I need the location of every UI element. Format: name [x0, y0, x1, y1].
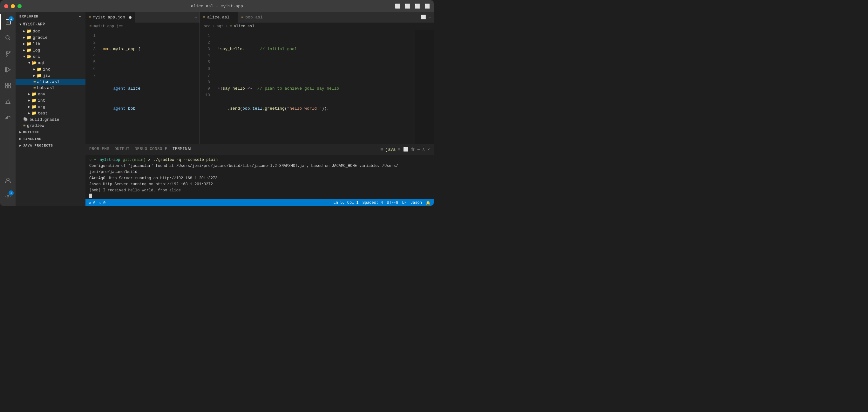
tab-label: bob.asl — [245, 15, 263, 20]
add-terminal-icon[interactable]: ⊕ — [398, 147, 401, 152]
activity-search[interactable] — [0, 30, 16, 46]
sidebar-toggle-icon[interactable]: ⬜ — [395, 3, 400, 9]
tree-item-agt[interactable]: ▼ 📂 agt — [16, 60, 86, 66]
arrow-right-icon: ▶ — [23, 42, 25, 46]
tab-bar-right-actions[interactable]: ⬜ ⋯ — [418, 12, 434, 23]
titlebar: alice.asl — my1st-app ⬜ ⬜ ⬜ ⬜ — [0, 0, 434, 12]
close-button[interactable] — [4, 4, 8, 8]
split-icon[interactable]: ⬜ — [414, 3, 420, 9]
status-errors[interactable]: ⊕ 0 — [89, 201, 96, 205]
layout-icon[interactable]: ⬜ — [405, 3, 410, 9]
folder-open-icon: 📂 — [31, 60, 36, 65]
more-actions-icon[interactable]: ⋯ — [429, 14, 431, 20]
panel-tab-actions: ⊞ java ⊕ ⬜ 🗑 ⋯ ∧ × — [381, 147, 430, 152]
tab-bar-left: ≡ my1st_app.jcm ⋯ — [86, 12, 199, 23]
layout-options-icon[interactable]: ⬜ — [425, 3, 430, 9]
tab-bob-asl[interactable]: ≡ bob.asl × — [238, 12, 276, 23]
arrow-right-icon: ▶ — [28, 105, 30, 109]
maximize-button[interactable] — [18, 4, 22, 8]
file-icon-small: ≡ — [230, 24, 232, 29]
tree-item-test[interactable]: ▶ 📁 test — [16, 110, 86, 116]
tree-item-inc[interactable]: ▶ 📁 inc — [16, 66, 86, 72]
settings-badge: 1 — [8, 190, 14, 196]
status-line-endings[interactable]: LF — [402, 201, 407, 205]
code-content-right[interactable]: !say_hello. // initial goal +!say_hello … — [214, 30, 414, 144]
terminal-content[interactable]: ○ ➜ my1st-app git:(main) ✗ ./gradlew -q … — [86, 155, 434, 199]
tab-alice-asl[interactable]: ≡ alice.asl × — [200, 12, 238, 23]
sidebar-section-java-projects[interactable]: ▶ JAVA PROJECTS — [16, 142, 86, 149]
status-cursor-position[interactable]: Ln 5, Col 1 — [334, 201, 359, 205]
status-warnings[interactable]: ⚠ 0 — [99, 201, 106, 205]
tree-item-bob-asl[interactable]: ≡ bob.asl — [16, 85, 86, 91]
split-editor-icon[interactable]: ⬜ — [421, 14, 426, 20]
minimize-button[interactable] — [11, 4, 15, 8]
activity-explorer[interactable]: 1 — [0, 14, 16, 30]
more-actions-icon[interactable]: ⋯ — [194, 14, 197, 20]
sidebar-section-timeline[interactable]: ▶ TIMELINE — [16, 136, 86, 142]
trash-icon[interactable]: 🗑 — [411, 147, 415, 152]
svg-point-5 — [6, 55, 7, 56]
new-file-icon[interactable]: ⋯ — [79, 14, 82, 19]
activity-account[interactable] — [0, 173, 16, 188]
tree-item-env[interactable]: ▶ 📁 env — [16, 91, 86, 97]
tree-item-org[interactable]: ▶ 📁 org — [16, 104, 86, 110]
status-spaces[interactable]: Spaces: 4 — [363, 201, 383, 205]
activity-bottom: 1 — [0, 173, 16, 206]
folder-icon: 📁 — [26, 29, 31, 34]
activity-extensions[interactable] — [0, 78, 16, 93]
terminal-output-2: jomi/pro/jacamo/build — [89, 169, 137, 175]
code-area-left[interactable]: 1 2 3 4 5 6 7 mas my1st_app { agent alic… — [86, 30, 199, 144]
terminal-dirty: ✗ — [148, 157, 150, 163]
sidebar-section-outline[interactable]: ▶ OUTLINE — [16, 129, 86, 136]
status-encoding[interactable]: UTF-8 — [387, 201, 398, 205]
tree-item-gradlew[interactable]: ≡ gradlew — [16, 123, 86, 129]
status-bar: ⊕ 0 ⚠ 0 Ln 5, Col 1 Spaces: 4 UTF-8 LF J… — [86, 199, 434, 206]
svg-point-6 — [9, 51, 10, 53]
file-icon: ≡ — [33, 86, 36, 90]
svg-point-14 — [6, 117, 8, 119]
chevron-up-icon[interactable]: ∧ — [422, 147, 425, 152]
activity-flask[interactable] — [0, 94, 16, 109]
traffic-lights — [4, 4, 22, 8]
activity-run[interactable] — [0, 62, 16, 77]
sidebar-header-actions[interactable]: ⋯ — [79, 14, 82, 19]
activity-custom[interactable] — [0, 110, 16, 125]
tab-terminal[interactable]: TERMINAL — [173, 147, 192, 152]
status-language[interactable]: Jason — [410, 201, 422, 205]
tree-item-build-gradle[interactable]: 🐘 build.gradle — [16, 116, 86, 123]
tab-problems[interactable]: PROBLEMS — [89, 147, 109, 152]
folder-icon: 📁 — [36, 67, 42, 72]
terminal-arrow: ○ — [89, 157, 92, 163]
split-terminal-icon[interactable]: ⬜ — [403, 147, 408, 152]
terminal-line-3: CArtAgO Http Server running on http://19… — [89, 175, 430, 181]
tree-item-lib[interactable]: ▶ 📁 lib — [16, 41, 86, 47]
explorer-badge: 1 — [8, 16, 14, 21]
tree-item-alice-asl[interactable]: ≡ alice.asl — [16, 79, 86, 85]
tab-debug-console[interactable]: DEBUG CONSOLE — [135, 147, 167, 152]
folder-icon: 📁 — [26, 48, 31, 53]
terminal-output-1: Configuration of 'jacamoJar' found at /U… — [89, 163, 398, 169]
activity-source-control[interactable] — [0, 46, 16, 61]
code-content-left[interactable]: mas my1st_app { agent alice agent bob } — [99, 30, 199, 144]
folder-icon: 📁 — [31, 104, 36, 109]
tree-item-log[interactable]: ▶ 📁 log — [16, 47, 86, 53]
tab-output[interactable]: OUTPUT — [114, 147, 130, 152]
activity-settings[interactable]: 1 — [0, 188, 16, 204]
more-options-icon[interactable]: ⋯ — [417, 147, 420, 152]
tree-root-my1st-app[interactable]: ▼ MY1ST-APP — [16, 21, 86, 28]
tree-item-src[interactable]: ▼ 📂 src — [16, 53, 86, 60]
tree-item-gradle[interactable]: ▶ 📁 gradle — [16, 34, 86, 41]
tree-item-int[interactable]: ▶ 📁 int — [16, 97, 86, 104]
svg-point-4 — [6, 51, 7, 53]
status-notifications-icon[interactable]: 🔔 — [426, 201, 431, 205]
code-area-right[interactable]: 1 2 3 4 5 6 7 8 9 10 !say_hello. — [200, 30, 434, 144]
tab-my1st-app-jcm[interactable]: ≡ my1st_app.jcm — [86, 12, 135, 23]
tab-bar-left-actions[interactable]: ⋯ — [192, 12, 199, 23]
terminal-output-3: CArtAgO Http Server running on http://19… — [89, 175, 217, 181]
close-panel-icon[interactable]: × — [427, 147, 430, 152]
svg-line-3 — [9, 39, 10, 40]
dirty-indicator — [129, 16, 131, 19]
tree-item-doc[interactable]: ▶ 📁 doc — [16, 28, 86, 34]
tree-item-jia[interactable]: ▶ 📁 jia — [16, 72, 86, 79]
terminal-launch-icon[interactable]: ⊞ — [381, 147, 383, 152]
